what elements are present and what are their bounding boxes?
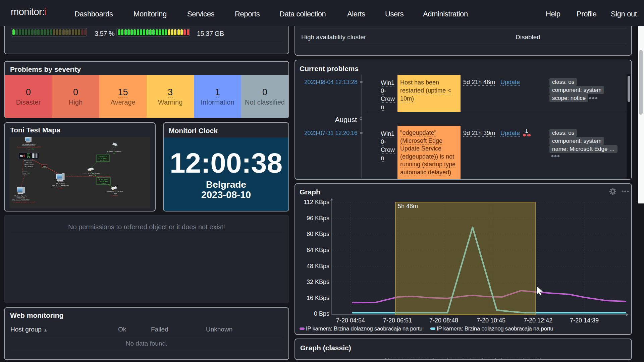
svg-text:LALE SERVER TEST: LALE SERVER TEST xyxy=(22,144,36,146)
svg-text:127.0.0.1: 127.0.0.1 xyxy=(26,162,32,164)
svg-text:Link: Link xyxy=(28,148,30,150)
svg-text:7-20 14:39: 7-20 14:39 xyxy=(570,317,599,324)
svg-text:Out 25.79 Mbps: Out 25.79 Mbps xyxy=(98,158,107,160)
svg-text:Mini Linux Agent Test: Mini Linux Agent Test xyxy=(14,195,28,197)
svg-text:112 KBps: 112 KBps xyxy=(304,199,329,205)
svg-text:172.16.99.100: 172.16.99.100 xyxy=(56,183,65,185)
svg-text:Link: Link xyxy=(43,166,46,167)
svg-text:7-20 10:45: 7-20 10:45 xyxy=(477,317,505,324)
svg-text:0 Bps: 0 Bps xyxy=(314,310,329,317)
svg-text:7-20 12:42: 7-20 12:42 xyxy=(524,317,552,324)
svg-text:Link Test Port 4: Ethernet has: Link Test Port 4: Ethernet has changed t… xyxy=(66,176,110,177)
svg-text:16 KBps: 16 KBps xyxy=(307,295,329,301)
svg-text:7-20 06:51: 7-20 06:51 xyxy=(383,317,412,324)
svg-text:7-20 08:48: 7-20 08:48 xyxy=(429,317,458,324)
svg-text:Link: Link xyxy=(23,172,26,174)
svg-text:64 KBps: 64 KBps xyxy=(307,247,329,253)
svg-text:(1 Gbps): (1 Gbps) xyxy=(101,183,106,184)
svg-text:1 problem: 1 problem xyxy=(57,187,63,189)
svg-text:172.16.99.169: 172.16.99.169 xyxy=(16,197,25,199)
svg-text:1 Gbps: 1 Gbps xyxy=(113,193,117,194)
svg-text:7-20 04:54: 7-20 04:54 xyxy=(336,317,365,324)
svg-text:0%: 0% xyxy=(32,148,34,150)
svg-text:monitorisvic1 172.16.16.13: monitorisvic1 172.16.16.13 xyxy=(107,191,123,192)
svg-text:CPU utilization "UNKNOWN": CPU utilization "UNKNOWN" xyxy=(12,199,30,201)
svg-text:32 KBps: 32 KBps xyxy=(307,279,329,285)
svg-text:0%: 0% xyxy=(28,173,30,174)
svg-text:96 KBps: 96 KBps xyxy=(307,215,329,222)
svg-text:CPU utilization "UNKNOWN": CPU utilization "UNKNOWN" xyxy=(52,185,69,187)
svg-text:CPU Load 0.04: CPU Load 0.04 xyxy=(24,164,34,166)
svg-text:In 3.27 Mbps /: In 3.27 Mbps / xyxy=(99,156,107,158)
svg-text:48 KBps: 48 KBps xyxy=(307,263,329,269)
svg-text:Monitori server: Monitori server xyxy=(24,160,34,162)
svg-text:(100 Mbps): (100 Mbps) xyxy=(100,160,106,162)
svg-text:2 problems: 2 problems xyxy=(111,195,118,196)
svg-text:0%: 0% xyxy=(113,153,115,154)
svg-text:monitorimikrotik 172.16.16.16: monitorimikrotik 172.16.16.16 xyxy=(82,173,100,175)
svg-text:AE WS03: AE WS03 xyxy=(57,181,63,183)
svg-text:IP kamera 172.16.16.17: IP kamera 172.16.16.17 xyxy=(107,150,122,152)
svg-text:Out 11.08 Mbps: Out 11.08 Mbps xyxy=(99,181,108,182)
svg-text:Mem 93.49 %: Mem 93.49 % xyxy=(25,166,33,168)
svg-text:80 KBps: 80 KBps xyxy=(307,231,329,237)
svg-text:5h 48m: 5h 48m xyxy=(398,203,418,209)
svg-text:In 73.71 Mbps /: In 73.71 Mbps / xyxy=(99,179,108,180)
svg-text:1: 1 xyxy=(525,128,528,134)
svg-text:Icon upgrade nije uradjen due: Icon upgrade nije uradjen due mismatch xyxy=(13,201,35,203)
svg-text:1 Gbit: 1 Gbit xyxy=(89,175,93,177)
svg-text:Zadnje vreme je isao CPU load: Zadnje vreme je isao CPU load iznad 90% xyxy=(17,146,41,148)
svg-text:m:i: m:i xyxy=(20,154,25,158)
